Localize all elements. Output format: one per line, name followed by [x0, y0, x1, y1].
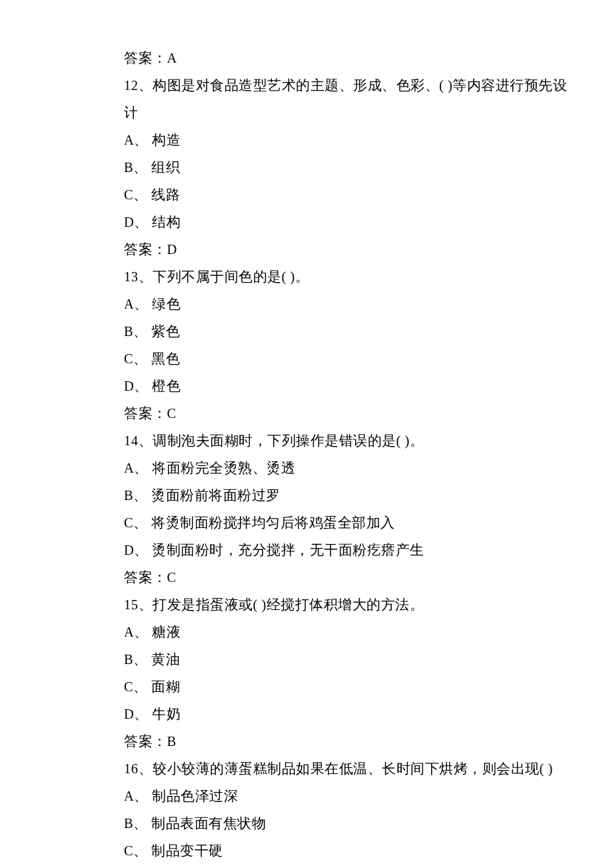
- document-body: 答案：A12、构图是对食品造型艺术的主题、形成、色彩、( )等内容进行预先设计A…: [124, 45, 577, 868]
- text-line: B、 制品表面有焦状物: [124, 810, 577, 837]
- text-line: 16、较小较薄的薄蛋糕制品如果在低温、长时间下烘烤，则会出现( ): [124, 755, 577, 783]
- text-line: A、 糖液: [124, 619, 577, 646]
- text-line: B、 组织: [124, 154, 577, 181]
- text-line: D、 结构: [124, 209, 577, 236]
- text-line: C、 黑色: [124, 345, 577, 373]
- text-line: 答案：C: [124, 400, 577, 427]
- text-line: B、 黄油: [124, 646, 577, 673]
- text-line: 答案：A: [124, 45, 577, 72]
- text-line: D、 烫制面粉时，充分搅拌，无干面粉疙瘩产生: [124, 537, 577, 564]
- text-line: D、 制品表面裂口: [124, 865, 577, 868]
- text-line: B、 烫面粉前将面粉过罗: [124, 482, 577, 509]
- text-line: C、 制品变干硬: [124, 837, 577, 865]
- text-line: D、 橙色: [124, 373, 577, 400]
- text-line: 14、调制泡夫面糊时，下列操作是错误的是( )。: [124, 427, 577, 455]
- text-line: C、 面糊: [124, 673, 577, 701]
- text-line: A、 绿色: [124, 291, 577, 318]
- text-line: 13、下列不属于间色的是( )。: [124, 263, 577, 291]
- text-line: B、 紫色: [124, 318, 577, 345]
- text-line: D、 牛奶: [124, 701, 577, 728]
- text-line: A、 制品色泽过深: [124, 783, 577, 810]
- text-line: C、 将烫制面粉搅拌均匀后将鸡蛋全部加入: [124, 509, 577, 537]
- text-line: C、 线路: [124, 181, 577, 209]
- text-line: 12、构图是对食品造型艺术的主题、形成、色彩、( )等内容进行预先设计: [124, 72, 577, 127]
- text-line: A、 将面粉完全烫熟、烫透: [124, 455, 577, 482]
- text-line: A、 构造: [124, 127, 577, 154]
- text-line: 15、打发是指蛋液或( )经搅打体积增大的方法。: [124, 591, 577, 619]
- text-line: 答案：C: [124, 564, 577, 591]
- text-line: 答案：B: [124, 728, 577, 755]
- text-line: 答案：D: [124, 236, 577, 263]
